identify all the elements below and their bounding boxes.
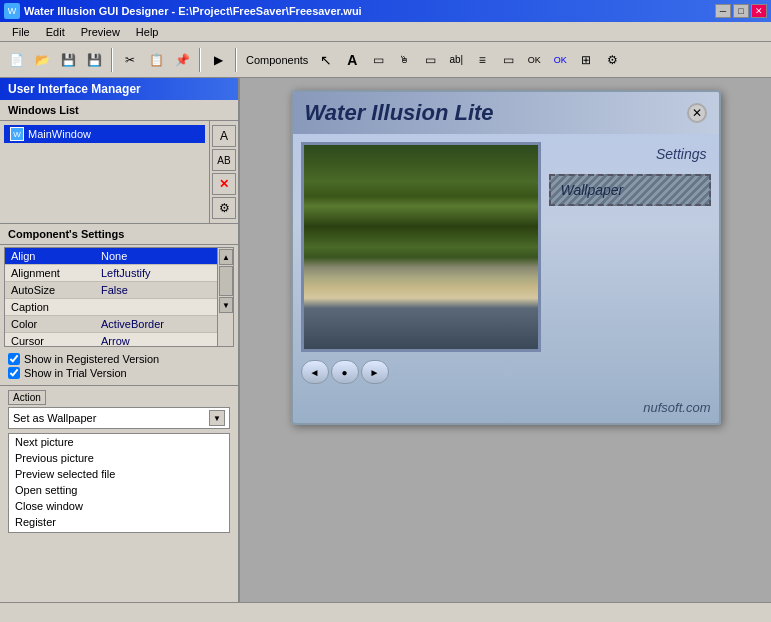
tb-sep2 (199, 48, 201, 72)
main-area: User Interface Manager Windows List W Ma… (0, 78, 771, 602)
window-title: Water Illusion GUI Designer - E:\Project… (24, 5, 362, 17)
settings-table: AlignNoneAlignmentLeftJustifyAutoSizeFal… (5, 248, 217, 347)
window-item-mainwindow[interactable]: W MainWindow (4, 125, 205, 143)
checkbox-trial-input[interactable] (8, 367, 20, 379)
windows-list-area: W MainWindow (0, 121, 209, 223)
tb-paste-btn[interactable]: 📌 (170, 48, 194, 72)
preview-prev-btn[interactable]: ◄ (301, 360, 329, 384)
tb-cut-btn[interactable]: ✂ (118, 48, 142, 72)
preview-image-container: ◄ ● ► (301, 142, 541, 388)
tb-text-btn[interactable]: A (340, 48, 364, 72)
settings-row[interactable]: AutoSizeFalse (5, 282, 217, 299)
preview-image (301, 142, 541, 352)
window-delete-btn[interactable]: ✕ (212, 173, 236, 195)
close-button[interactable]: ✕ (751, 4, 767, 18)
preview-close-btn[interactable]: ✕ (687, 103, 707, 123)
tb-new-btn[interactable]: 📄 (4, 48, 28, 72)
menu-help[interactable]: Help (128, 24, 167, 40)
tb-open-btn[interactable]: 📂 (30, 48, 54, 72)
preview-next-btn[interactable]: ► (361, 360, 389, 384)
settings-row[interactable]: AlignmentLeftJustify (5, 265, 217, 282)
tb-save-as-btn[interactable]: 💾 (82, 48, 106, 72)
tb-btn6[interactable]: ▭ (418, 48, 442, 72)
tb-ok2-btn[interactable]: OK (548, 48, 572, 72)
window-prop-btn[interactable]: ⚙ (212, 197, 236, 219)
preview-title-bar: Water Illusion Lite ✕ (293, 92, 719, 134)
tb-btn5[interactable]: 🖱 (392, 48, 416, 72)
checkbox-section: Show in Registered Version Show in Trial… (0, 349, 238, 385)
tb-rect-btn[interactable]: ▭ (366, 48, 390, 72)
preview-title: Water Illusion Lite (305, 100, 494, 126)
checkbox-registered-input[interactable] (8, 353, 20, 365)
action-dropdown[interactable]: Set as Wallpaper ▼ (8, 407, 230, 429)
title-bar-left: W Water Illusion GUI Designer - E:\Proje… (4, 3, 362, 19)
settings-row[interactable]: Caption (5, 299, 217, 316)
menu-bar: File Edit Preview Help (0, 22, 771, 42)
left-panel: User Interface Manager Windows List W Ma… (0, 78, 240, 602)
settings-row[interactable]: CursorArrow (5, 333, 217, 348)
settings-row[interactable]: ColorActiveBorder (5, 316, 217, 333)
menu-edit[interactable]: Edit (38, 24, 73, 40)
right-panel: Water Illusion Lite ✕ ◄ ● ► Settings W (240, 78, 771, 602)
title-bar: W Water Illusion GUI Designer - E:\Proje… (0, 0, 771, 22)
tb-grid-btn[interactable]: ⊞ (574, 48, 598, 72)
tb-sep3 (235, 48, 237, 72)
components-label: Components (242, 54, 312, 66)
status-bar (0, 602, 771, 622)
action-dropdown-value: Set as Wallpaper (13, 412, 96, 424)
preview-wallpaper-btn[interactable]: Wallpaper (549, 174, 711, 206)
checkbox-trial-label: Show in Trial Version (24, 367, 127, 379)
checkbox-registered: Show in Registered Version (8, 353, 230, 365)
settings-scrollbar-thumb[interactable] (219, 266, 233, 296)
settings-row[interactable]: AlignNone (5, 248, 217, 265)
menu-file[interactable]: File (4, 24, 38, 40)
preview-window: Water Illusion Lite ✕ ◄ ● ► Settings W (291, 90, 721, 425)
tb-copy-btn[interactable]: 📋 (144, 48, 168, 72)
maximize-button[interactable]: □ (733, 4, 749, 18)
action-list-item[interactable]: Close window (9, 498, 229, 514)
windows-list-title: Windows List (0, 100, 238, 121)
tb-play-btn[interactable]: ▶ (206, 48, 230, 72)
action-dropdown-arrow: ▼ (209, 410, 225, 426)
window-rename-btn[interactable]: AB (212, 149, 236, 171)
preview-footer: nufsoft.com (293, 396, 719, 423)
tb-ok-btn[interactable]: OK (522, 48, 546, 72)
preview-right: Settings Wallpaper (549, 142, 711, 388)
action-list: Next picturePrevious picturePreview sele… (8, 433, 230, 533)
window-item-label: MainWindow (28, 128, 91, 140)
menu-preview[interactable]: Preview (73, 24, 128, 40)
window-item-icon: W (10, 127, 24, 141)
settings-table-container: AlignNoneAlignmentLeftJustifyAutoSizeFal… (4, 247, 234, 347)
checkbox-registered-label: Show in Registered Version (24, 353, 159, 365)
tb-btn7[interactable]: ≡ (470, 48, 494, 72)
action-section: Action Set as Wallpaper ▼ Next picturePr… (0, 385, 238, 537)
tb-settings-btn[interactable]: ⚙ (600, 48, 624, 72)
app-icon: W (4, 3, 20, 19)
windows-section: W MainWindow A AB ✕ ⚙ (0, 121, 238, 224)
action-label: Action (8, 390, 46, 405)
tb-pointer-btn[interactable]: ↖ (314, 48, 338, 72)
action-list-item[interactable]: Register (9, 514, 229, 530)
toolbar: 📄 📂 💾 💾 ✂ 📋 📌 ▶ Components ↖ A ▭ 🖱 ▭ ab|… (0, 42, 771, 78)
preview-settings-label[interactable]: Settings (549, 142, 711, 166)
tb-save-btn[interactable]: 💾 (56, 48, 80, 72)
action-list-item[interactable]: Register&Close (9, 530, 229, 533)
action-list-item[interactable]: Next picture (9, 434, 229, 450)
minimize-button[interactable]: ─ (715, 4, 731, 18)
preview-play-btn[interactable]: ● (331, 360, 359, 384)
preview-image-content (304, 145, 538, 349)
windows-buttons: A AB ✕ ⚙ (209, 121, 238, 223)
settings-scrollbar[interactable]: ▲ ▼ (217, 248, 233, 346)
action-list-item[interactable]: Preview selected file (9, 466, 229, 482)
component-settings-title: Component's Settings (0, 224, 238, 245)
tb-sep1 (111, 48, 113, 72)
panel-title: User Interface Manager (0, 78, 238, 100)
title-bar-buttons: ─ □ ✕ (715, 4, 767, 18)
action-list-item[interactable]: Previous picture (9, 450, 229, 466)
preview-body: ◄ ● ► Settings Wallpaper (293, 134, 719, 396)
window-add-btn[interactable]: A (212, 125, 236, 147)
tb-btn8[interactable]: ▭ (496, 48, 520, 72)
action-list-item[interactable]: Open setting (9, 482, 229, 498)
checkbox-trial: Show in Trial Version (8, 367, 230, 379)
tb-edit-btn[interactable]: ab| (444, 48, 468, 72)
